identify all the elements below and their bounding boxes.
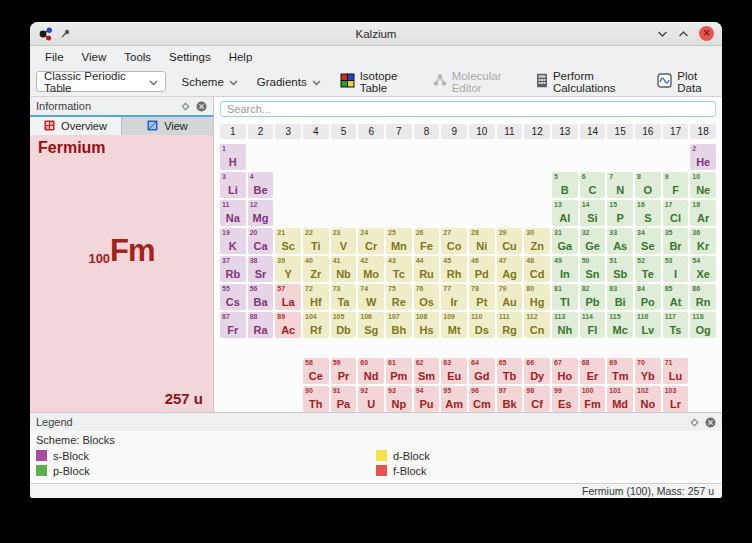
- element-Sm[interactable]: 62Sm: [414, 358, 440, 384]
- element-Cr[interactable]: 24Cr: [358, 228, 384, 254]
- element-Rn[interactable]: 86Rn: [690, 284, 716, 310]
- element-Ts[interactable]: 117Ts: [663, 312, 689, 338]
- menu-view[interactable]: View: [73, 49, 116, 65]
- table-type-select[interactable]: Classic Periodic Table: [36, 71, 166, 92]
- scheme-dropdown[interactable]: Scheme: [179, 74, 241, 90]
- element-Sn[interactable]: 50Sn: [580, 256, 606, 282]
- element-Sb[interactable]: 51Sb: [607, 256, 633, 282]
- element-Xe[interactable]: 54Xe: [690, 256, 716, 282]
- element-Sc[interactable]: 21Sc: [275, 228, 301, 254]
- element-Tb[interactable]: 65Tb: [497, 358, 523, 384]
- element-Pd[interactable]: 46Pd: [469, 256, 495, 282]
- element-Ag[interactable]: 47Ag: [497, 256, 523, 282]
- pin-icon[interactable]: [60, 28, 71, 39]
- element-N[interactable]: 7N: [607, 172, 633, 198]
- element-B[interactable]: 5B: [552, 172, 578, 198]
- element-Co[interactable]: 27Co: [441, 228, 467, 254]
- element-Dy[interactable]: 66Dy: [524, 358, 550, 384]
- menu-tools[interactable]: Tools: [115, 49, 160, 65]
- element-Sg[interactable]: 106Sg: [358, 312, 384, 338]
- close-icon[interactable]: ✕: [699, 26, 714, 41]
- element-U[interactable]: 92U: [358, 386, 384, 412]
- element-Pb[interactable]: 82Pb: [580, 284, 606, 310]
- element-Zn[interactable]: 30Zn: [524, 228, 550, 254]
- close-panel-icon[interactable]: [705, 417, 716, 428]
- float-panel-icon[interactable]: [181, 102, 190, 111]
- element-Ir[interactable]: 77Ir: [441, 284, 467, 310]
- element-Si[interactable]: 14Si: [580, 200, 606, 226]
- element-Cd[interactable]: 48Cd: [524, 256, 550, 282]
- element-In[interactable]: 49In: [552, 256, 578, 282]
- element-Ds[interactable]: 110Ds: [469, 312, 495, 338]
- element-Mg[interactable]: 12Mg: [248, 200, 274, 226]
- element-Mn[interactable]: 25Mn: [386, 228, 412, 254]
- element-Ru[interactable]: 44Ru: [414, 256, 440, 282]
- element-Hf[interactable]: 72Hf: [303, 284, 329, 310]
- element-Ra[interactable]: 88Ra: [248, 312, 274, 338]
- element-Eu[interactable]: 63Eu: [441, 358, 467, 384]
- element-V[interactable]: 23V: [331, 228, 357, 254]
- element-Ho[interactable]: 67Ho: [552, 358, 578, 384]
- element-Mt[interactable]: 109Mt: [441, 312, 467, 338]
- element-Hg[interactable]: 80Hg: [524, 284, 550, 310]
- element-Es[interactable]: 99Es: [552, 386, 578, 412]
- element-Lu[interactable]: 71Lu: [663, 358, 689, 384]
- element-O[interactable]: 8O: [635, 172, 661, 198]
- menu-help[interactable]: Help: [220, 49, 262, 65]
- element-Th[interactable]: 90Th: [303, 386, 329, 412]
- element-Pu[interactable]: 94Pu: [414, 386, 440, 412]
- tab-overview[interactable]: Overview: [30, 117, 121, 135]
- element-Nb[interactable]: 41Nb: [331, 256, 357, 282]
- element-Kr[interactable]: 36Kr: [690, 228, 716, 254]
- element-As[interactable]: 33As: [607, 228, 633, 254]
- element-K[interactable]: 19K: [220, 228, 246, 254]
- shade-icon[interactable]: [657, 30, 668, 38]
- element-Bk[interactable]: 97Bk: [497, 386, 523, 412]
- element-Md[interactable]: 101Md: [607, 386, 633, 412]
- element-Li[interactable]: 3Li: [220, 172, 246, 198]
- element-Pm[interactable]: 61Pm: [386, 358, 412, 384]
- element-Pt[interactable]: 78Pt: [469, 284, 495, 310]
- element-S[interactable]: 16S: [635, 200, 661, 226]
- element-Zr[interactable]: 40Zr: [303, 256, 329, 282]
- element-Ga[interactable]: 31Ga: [552, 228, 578, 254]
- element-Se[interactable]: 34Se: [635, 228, 661, 254]
- element-Rh[interactable]: 45Rh: [441, 256, 467, 282]
- element-Lv[interactable]: 116Lv: [635, 312, 661, 338]
- element-Cs[interactable]: 55Cs: [220, 284, 246, 310]
- element-Mc[interactable]: 115Mc: [607, 312, 633, 338]
- element-Cl[interactable]: 17Cl: [663, 200, 689, 226]
- element-Au[interactable]: 79Au: [497, 284, 523, 310]
- element-Ba[interactable]: 56Ba: [248, 284, 274, 310]
- element-Gd[interactable]: 64Gd: [469, 358, 495, 384]
- element-La[interactable]: 57La: [275, 284, 301, 310]
- element-Po[interactable]: 84Po: [635, 284, 661, 310]
- element-Tm[interactable]: 69Tm: [607, 358, 633, 384]
- element-Ar[interactable]: 18Ar: [690, 200, 716, 226]
- element-Ac[interactable]: 89Ac: [275, 312, 301, 338]
- element-P[interactable]: 15P: [607, 200, 633, 226]
- element-Nd[interactable]: 60Nd: [358, 358, 384, 384]
- element-Re[interactable]: 75Re: [386, 284, 412, 310]
- element-Nh[interactable]: 113Nh: [552, 312, 578, 338]
- element-Ce[interactable]: 58Ce: [303, 358, 329, 384]
- element-Rb[interactable]: 37Rb: [220, 256, 246, 282]
- float-panel-icon[interactable]: [690, 418, 699, 427]
- element-At[interactable]: 85At: [663, 284, 689, 310]
- element-Ca[interactable]: 20Ca: [248, 228, 274, 254]
- element-Fr[interactable]: 87Fr: [220, 312, 246, 338]
- element-Ti[interactable]: 22Ti: [303, 228, 329, 254]
- element-Mo[interactable]: 42Mo: [358, 256, 384, 282]
- element-Bh[interactable]: 107Bh: [386, 312, 412, 338]
- element-Ge[interactable]: 32Ge: [580, 228, 606, 254]
- isotope-table-button[interactable]: Isotope Table: [337, 68, 416, 96]
- element-He[interactable]: 2He: [690, 144, 716, 170]
- element-Cn[interactable]: 112Cn: [524, 312, 550, 338]
- element-W[interactable]: 74W: [358, 284, 384, 310]
- element-Be[interactable]: 4Be: [248, 172, 274, 198]
- element-Na[interactable]: 11Na: [220, 200, 246, 226]
- element-Lr[interactable]: 103Lr: [663, 386, 689, 412]
- element-Al[interactable]: 13Al: [552, 200, 578, 226]
- element-Db[interactable]: 105Db: [331, 312, 357, 338]
- element-Y[interactable]: 39Y: [275, 256, 301, 282]
